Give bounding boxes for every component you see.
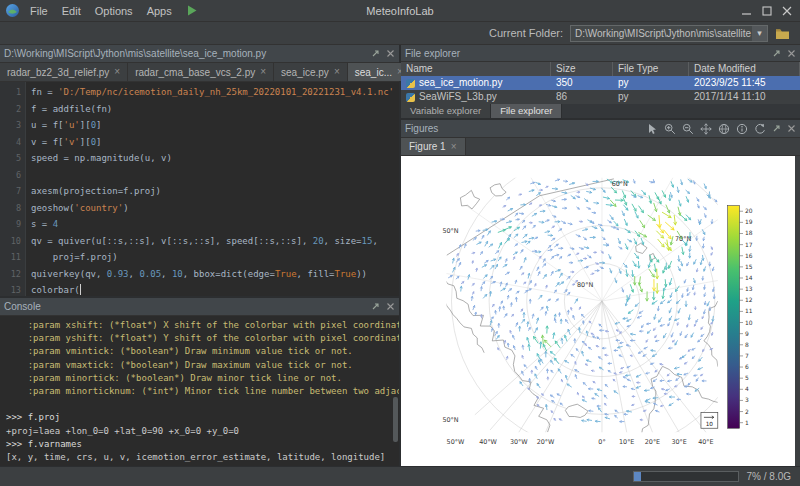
column-file-type[interactable]: File Type bbox=[613, 62, 689, 76]
close-panel-icon[interactable] bbox=[386, 302, 395, 311]
quiver-arrow bbox=[669, 278, 671, 285]
quiver-arrow bbox=[605, 417, 609, 419]
quiver-arrow bbox=[551, 370, 553, 373]
quiver-arrow bbox=[538, 272, 540, 276]
lon-label: 10°E bbox=[619, 438, 634, 446]
quiver-arrow bbox=[704, 293, 706, 296]
quiver-arrow bbox=[687, 288, 689, 291]
quiver-arrow bbox=[522, 356, 523, 359]
menu-apps[interactable]: Apps bbox=[140, 5, 179, 17]
figure-canvas[interactable]: 50°N60°N70°N80°N50°N50°W40°W30°W20°W0°10… bbox=[401, 156, 795, 466]
tab-close-icon[interactable] bbox=[260, 67, 266, 77]
quiver-arrow bbox=[485, 241, 488, 246]
quiver-arrow bbox=[596, 346, 599, 347]
file-table-header: Name Size File Type Date Modified bbox=[401, 62, 800, 76]
menu-edit[interactable]: Edit bbox=[55, 5, 88, 17]
quiver-arrow bbox=[627, 379, 630, 381]
pan-icon[interactable] bbox=[700, 123, 712, 135]
column-size[interactable]: Size bbox=[551, 62, 613, 76]
quiver-arrow bbox=[599, 367, 603, 369]
quiver-arrow bbox=[635, 253, 639, 258]
tab-file-explorer[interactable]: File explorer bbox=[491, 104, 562, 118]
quiver-arrow bbox=[667, 374, 669, 376]
cell-name: SeaWiFS_L3b.py bbox=[401, 90, 551, 104]
tab-figure-1[interactable]: Figure 1 bbox=[401, 138, 466, 155]
quiver-arrow bbox=[658, 216, 661, 228]
code-editor[interactable]: fn = 'D:/Temp/nc/icemotion_daily_nh_25km… bbox=[26, 82, 399, 296]
quiver-arrow bbox=[594, 252, 597, 253]
current-folder-combo[interactable]: D:\Working\MIScript\Jython\mis\satellite bbox=[570, 25, 768, 42]
sea-ice-motion-map[interactable]: 50°N60°N70°N80°N50°N50°W40°W30°W20°W0°10… bbox=[401, 156, 795, 466]
menu-file[interactable]: File bbox=[23, 5, 55, 17]
float-panel-icon[interactable] bbox=[371, 49, 380, 58]
quiver-arrow bbox=[529, 237, 534, 239]
quiver-arrow bbox=[584, 258, 587, 260]
file-explorer-title: File explorer bbox=[405, 48, 766, 59]
current-folder-label: Current Folder: bbox=[489, 27, 563, 39]
tab-radar-bz2-3d-relief[interactable]: radar_bz2_3d_relief.py bbox=[0, 63, 128, 81]
quiver-arrow bbox=[555, 341, 560, 348]
quiver-arrow bbox=[483, 295, 486, 299]
minimize-button[interactable] bbox=[742, 6, 752, 16]
colorbar-tick-label: 4 bbox=[745, 385, 749, 392]
quiver-arrow bbox=[524, 365, 527, 368]
tab-close-icon[interactable] bbox=[451, 142, 457, 152]
quiver-arrow bbox=[688, 350, 690, 352]
quiver-arrow bbox=[575, 370, 579, 372]
quiver-arrow bbox=[646, 340, 648, 342]
tab-radar-cma-base-vcs-2[interactable]: radar_cma_base_vcs_2.py bbox=[128, 63, 274, 81]
float-panel-icon[interactable] bbox=[772, 49, 781, 58]
quiver-arrow bbox=[610, 215, 613, 219]
quiver-arrow bbox=[694, 278, 696, 282]
run-button[interactable] bbox=[185, 4, 198, 17]
zoom-in-icon[interactable] bbox=[664, 123, 676, 135]
file-row-seawifs[interactable]: SeaWiFS_L3b.py 86 py 2017/1/14 11:10 bbox=[401, 90, 800, 104]
select-arrow-icon[interactable] bbox=[646, 123, 658, 135]
console-output[interactable]: :param xshift: (*float*) X shift of the … bbox=[0, 316, 399, 466]
quiver-arrow bbox=[559, 229, 562, 231]
file-row-sea-ice-motion[interactable]: sea_ice_motion.py 350 py 2023/9/25 11:45 bbox=[401, 76, 800, 90]
quiver-arrow bbox=[686, 215, 690, 220]
meridian-line bbox=[602, 205, 738, 301]
rotate-icon[interactable] bbox=[754, 123, 766, 135]
tab-close-icon[interactable] bbox=[114, 67, 120, 77]
tab-label: sea_ic... bbox=[355, 67, 392, 78]
quiver-arrow bbox=[586, 331, 588, 335]
column-date-modified[interactable]: Date Modified bbox=[689, 62, 800, 76]
tab-close-icon[interactable] bbox=[334, 67, 340, 77]
maximize-button[interactable] bbox=[762, 6, 772, 16]
quiver-arrow bbox=[522, 241, 527, 243]
float-panel-icon[interactable] bbox=[772, 124, 781, 133]
close-panel-icon[interactable] bbox=[787, 124, 796, 133]
zoom-out-icon[interactable] bbox=[682, 123, 694, 135]
quiver-arrow bbox=[668, 261, 671, 268]
quiver-arrow bbox=[704, 267, 706, 271]
colorbar-tick-label: 9 bbox=[745, 330, 749, 337]
quiver-arrow bbox=[550, 352, 555, 356]
column-name[interactable]: Name bbox=[401, 62, 551, 76]
quiver-arrow bbox=[575, 299, 578, 303]
quiver-arrow bbox=[529, 299, 531, 303]
quiver-arrow bbox=[685, 386, 689, 388]
identify-icon[interactable] bbox=[736, 123, 748, 135]
full-extent-icon[interactable] bbox=[718, 123, 730, 135]
quiver-arrow bbox=[572, 284, 574, 285]
console-scrollbar[interactable] bbox=[393, 397, 398, 442]
quiver-arrow bbox=[655, 335, 657, 337]
quiver-arrow bbox=[584, 247, 589, 249]
quiver-arrow bbox=[546, 186, 548, 187]
browse-folder-button[interactable] bbox=[775, 27, 790, 40]
tab-sea-ice[interactable]: sea_ice.py bbox=[274, 63, 348, 81]
colorbar-tick-label: 12 bbox=[745, 296, 753, 303]
close-panel-icon[interactable] bbox=[787, 49, 796, 58]
menu-options[interactable]: Options bbox=[88, 5, 140, 17]
close-panel-icon[interactable] bbox=[386, 49, 395, 58]
combo-dropdown-icon[interactable] bbox=[752, 26, 767, 41]
quiver-arrow bbox=[669, 403, 673, 405]
tab-variable-explorer[interactable]: Variable explorer bbox=[401, 104, 491, 118]
quiver-arrow bbox=[662, 291, 664, 298]
quiver-arrow bbox=[692, 356, 695, 358]
coastline bbox=[490, 184, 506, 196]
float-panel-icon[interactable] bbox=[371, 302, 380, 311]
close-button[interactable] bbox=[782, 6, 792, 16]
